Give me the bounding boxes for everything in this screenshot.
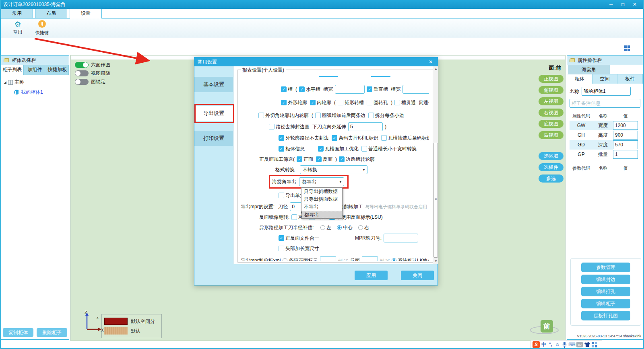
select-button-选区域[interactable]: 选区域 (539, 152, 564, 160)
view-button-正视图[interactable]: 正视图 (539, 75, 564, 83)
dropdown-option[interactable]: 只导出斜面数据 (301, 195, 342, 203)
toggle-switch[interactable] (75, 79, 89, 85)
dropdown[interactable]: 都导出▼ (299, 177, 344, 186)
text-input[interactable] (362, 256, 378, 261)
text-input[interactable] (335, 85, 365, 94)
front-face-badge[interactable]: 前 (541, 320, 553, 333)
soft-keyboard-icon[interactable]: ⌨ (568, 341, 575, 348)
checkbox[interactable]: ✓垂直槽 (367, 86, 388, 93)
tab-common[interactable]: 常用 (1, 9, 33, 18)
select-button-多选[interactable]: 多选 (539, 174, 564, 183)
close-button[interactable]: ✕ (630, 0, 640, 9)
dialog-scrollbar[interactable]: ▲ ▼ (433, 66, 438, 264)
checkbox[interactable]: 路径去掉封边量 (269, 123, 310, 130)
checkbox[interactable]: ✓正面 (297, 156, 313, 163)
checkbox[interactable]: 外切角轮廓转内轮廓 (258, 112, 309, 119)
checkbox[interactable]: ✓柜体信息 (279, 146, 305, 152)
delete-cabinet-button[interactable]: 删除柜子 (37, 328, 67, 337)
scroll-up-icon[interactable]: ▲ (433, 66, 439, 72)
tab-cabinet-list[interactable]: 柜子列表 (1, 65, 24, 75)
toggle-switch[interactable] (75, 62, 89, 68)
tab-cabinet[interactable]: 柜体 (567, 74, 592, 84)
tool-shortcut-keys[interactable]: 快捷键 (31, 20, 52, 36)
checkbox[interactable]: 槽贯通 (394, 99, 416, 106)
close-button[interactable]: 关闭 (401, 271, 434, 280)
scrollbar-thumb[interactable] (433, 143, 438, 258)
expand-arrow-icon[interactable]: ◢ (4, 80, 6, 84)
checkbox[interactable]: ✓槽 (281, 86, 293, 93)
edit-button-参数管理[interactable]: 参数管理 (581, 263, 630, 272)
text-input[interactable] (348, 122, 383, 131)
attr-value-input[interactable]: 1 (613, 150, 638, 159)
view-button-左视图[interactable]: 左视图 (539, 97, 564, 105)
dropdown-option[interactable]: 不导出 (301, 203, 342, 211)
edit-button-编辑柜子[interactable]: 编辑柜子 (581, 299, 630, 308)
view-button-底视图[interactable]: 底视图 (539, 120, 564, 128)
checkbox[interactable]: ✓正反面文件合一 (279, 235, 319, 242)
tab-haitang-corner[interactable]: 海棠角 (568, 65, 610, 74)
checkbox[interactable]: ✓反面 (316, 156, 332, 163)
dialog-tab-basic[interactable]: 基本设置 (194, 77, 233, 92)
checkbox[interactable]: 圆弧增加前后两条边 (315, 112, 365, 119)
dropdown-option[interactable]: 都导出 (301, 211, 342, 218)
tree-node-room[interactable]: ◢ 主卧 (4, 79, 66, 86)
radio-button[interactable]: 中心 (337, 224, 353, 231)
view-button-右视图[interactable]: 右视图 (539, 109, 564, 117)
voice-input-icon[interactable] (561, 341, 567, 348)
tab-board[interactable]: 板件 (617, 74, 643, 84)
emoji-icon[interactable]: ☺ (555, 341, 560, 348)
layout-grid-icon[interactable] (624, 45, 630, 51)
checkbox[interactable]: 孔槽筛选后条码标识 (381, 135, 429, 142)
toolbox-icon[interactable]: 50 (576, 342, 583, 347)
dialog-tab-print[interactable]: 打印设置 (194, 131, 233, 146)
edit-button-编辑打孔[interactable]: 编辑打孔 (581, 287, 630, 296)
edit-button-层板打孔面[interactable]: 层板打孔面 (581, 311, 630, 320)
tree-node-cabinet[interactable]: 我的柜体1 (14, 89, 66, 96)
tab-layout[interactable]: 布局 (35, 9, 67, 18)
copy-cabinet-button[interactable]: 复制柜体 (3, 328, 33, 337)
checkbox[interactable]: 头部加长宽尺寸 (279, 245, 319, 252)
attr-value-input[interactable]: 570 (613, 140, 638, 149)
checkbox[interactable]: ✓内轮廓 (310, 99, 331, 106)
radio-button[interactable]: 条码正面标示 (283, 257, 318, 261)
checkbox[interactable]: 矩形转槽 (338, 99, 364, 106)
checkbox[interactable]: 圆转孔 (367, 99, 388, 106)
checkbox[interactable]: ✓水平槽 (299, 86, 320, 93)
tab-quick-add-board[interactable]: 快捷加板 (46, 65, 69, 75)
layout-split-icon[interactable] (592, 341, 597, 348)
checkbox[interactable]: ✓孔槽面加工优化 (318, 146, 359, 152)
apply-button[interactable]: 应用 (355, 271, 388, 280)
checkbox[interactable]: ✓边透槽转轮廓 (339, 156, 375, 163)
select-button-选板件[interactable]: 选板件 (539, 163, 564, 171)
tab-space[interactable]: 空间 (592, 74, 618, 84)
maximize-button[interactable]: □ (618, 0, 628, 9)
sogou-input-logo[interactable]: S (533, 341, 540, 348)
dropdown-option[interactable]: 只导出斜槽数据 (301, 188, 342, 195)
radio-button[interactable]: 左 (320, 224, 331, 231)
cabinet-name-input[interactable] (582, 87, 631, 96)
edit-button-编辑封边[interactable]: 编辑封边 (581, 275, 630, 284)
view-button-后视图[interactable]: 后视图 (539, 131, 564, 139)
checkbox[interactable]: ✓外轮廓路径不去封边 (279, 135, 329, 142)
scroll-down-icon[interactable]: ▼ (433, 259, 439, 264)
radio-button[interactable]: 右 (358, 224, 369, 231)
attr-value-input[interactable]: 1200 (613, 121, 638, 130)
checkbox[interactable]: 普通槽长小于宽时转换 (361, 146, 417, 152)
view-button-俯视图[interactable]: 俯视图 (539, 86, 564, 94)
dropdown[interactable]: 不转换▼ (300, 165, 367, 174)
minimize-button[interactable]: ─ (606, 0, 616, 9)
skin-icon[interactable] (584, 341, 590, 348)
checkbox[interactable]: ✓条码去掉K和L标识 (332, 135, 378, 142)
attr-value-input[interactable]: 900 (613, 131, 638, 140)
checkbox[interactable]: ✓外形轮廓 (281, 99, 307, 106)
tab-settings[interactable]: 设置 (70, 9, 102, 18)
chinese-mode-icon[interactable]: 中 (541, 341, 547, 348)
text-input[interactable] (320, 256, 336, 261)
text-input[interactable] (384, 234, 418, 242)
tab-add-component[interactable]: 加组件 (24, 65, 46, 75)
toggle-switch[interactable] (75, 70, 89, 76)
punctuation-icon[interactable]: °, (548, 341, 553, 348)
checkbox[interactable]: 拆分每条小边 (368, 112, 404, 119)
dialog-close-icon[interactable]: ✕ (427, 57, 434, 66)
text-input[interactable] (402, 85, 429, 94)
